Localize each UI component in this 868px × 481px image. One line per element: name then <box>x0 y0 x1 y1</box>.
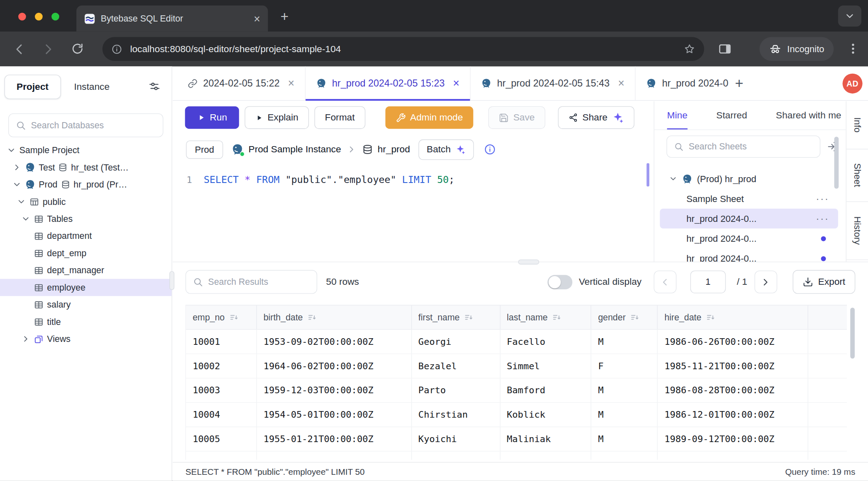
share-button[interactable]: Share <box>558 106 634 129</box>
close-icon[interactable]: × <box>618 77 624 90</box>
vertical-display-toggle[interactable] <box>547 275 572 289</box>
sort-icon[interactable] <box>307 313 317 322</box>
results-search-box[interactable] <box>186 270 317 293</box>
results-search-input[interactable] <box>208 277 310 287</box>
sheet-item-sample-sheet[interactable]: Sample Sheet ··· <box>660 189 838 209</box>
tree-item-employee[interactable]: employee <box>0 279 171 296</box>
sort-icon[interactable] <box>630 313 639 322</box>
cell[interactable]: Georgi <box>412 330 500 354</box>
sparkles-icon[interactable] <box>612 111 624 123</box>
page-number-input[interactable] <box>690 271 726 293</box>
sheet-item-unsaved-1[interactable]: hr_prod 2024-0... <box>660 228 838 248</box>
column-header-gender[interactable]: gender <box>591 305 658 329</box>
cell[interactable]: 1959-12-03T00:00:00Z <box>257 378 412 402</box>
chevron-down-icon[interactable] <box>7 146 16 155</box>
cell[interactable]: M <box>591 330 658 354</box>
cell[interactable]: F <box>591 354 658 378</box>
cell[interactable]: Simmel <box>500 354 591 378</box>
cell[interactable]: 1986-12-01T00:00:00Z <box>658 403 808 426</box>
chevron-right-icon[interactable] <box>12 163 22 172</box>
forward-button[interactable] <box>41 42 55 57</box>
tab-instance[interactable]: Instance <box>74 81 110 92</box>
tab-search-button[interactable] <box>838 5 861 26</box>
new-tab-button[interactable]: + <box>276 8 293 24</box>
editor-tab-1[interactable]: 2024-02-05 15:22 × <box>177 66 306 100</box>
tree-item-tables[interactable]: Tables <box>0 210 171 227</box>
cell[interactable]: 10004 <box>186 403 257 426</box>
sort-icon[interactable] <box>229 313 239 322</box>
window-minimize-button[interactable] <box>35 13 43 21</box>
cell[interactable]: M <box>591 378 658 402</box>
back-button[interactable] <box>12 42 27 57</box>
tab-history[interactable]: History <box>846 202 868 260</box>
tree-item-hr_prod[interactable]: Prod hr_prod (Pr… <box>0 176 171 193</box>
bookmark-star-icon[interactable] <box>684 43 695 55</box>
next-page-button[interactable] <box>755 271 777 293</box>
chevron-down-icon[interactable] <box>669 174 678 183</box>
window-maximize-button[interactable] <box>51 13 59 21</box>
cell[interactable]: 10002 <box>186 354 257 378</box>
save-button[interactable]: Save <box>488 106 545 129</box>
side-panel-icon[interactable] <box>718 42 732 56</box>
cell[interactable]: 10005 <box>186 427 257 451</box>
tab-shared-with-me[interactable]: Shared with me <box>776 101 841 130</box>
sheet-item-selected[interactable]: hr_prod 2024-0... ··· <box>660 209 838 228</box>
sheet-group-hr_prod[interactable]: (Prod) hr_prod <box>660 169 838 189</box>
column-header-hire_date[interactable]: hire_date <box>658 305 808 329</box>
cell[interactable]: Koblick <box>500 403 591 426</box>
sort-icon[interactable] <box>706 313 715 322</box>
cell[interactable]: 1954-05-01T00:00:00Z <box>257 403 412 426</box>
column-header-birth_date[interactable]: birth_date <box>257 305 412 329</box>
sql-editor-line[interactable]: 1 SELECT * FROM "public"."employee" LIMI… <box>173 171 654 188</box>
tree-item-salary[interactable]: salary <box>0 296 171 313</box>
address-bar[interactable]: localhost:8080/sql-editor/sheet/project-… <box>102 37 704 61</box>
sheet-list-scrollbar[interactable] <box>834 137 839 189</box>
filter-settings-icon[interactable] <box>148 81 160 93</box>
browser-tab[interactable]: Bytebase SQL Editor × <box>76 5 268 31</box>
admin-mode-button[interactable]: Admin mode <box>385 106 473 129</box>
column-header-last_name[interactable]: last_name <box>500 305 591 329</box>
browser-menu-icon[interactable] <box>846 42 860 55</box>
cell[interactable]: M <box>591 427 658 451</box>
environment-chip[interactable]: Prod <box>186 140 223 159</box>
tree-item-public[interactable]: public <box>0 193 171 210</box>
cell[interactable]: 1986-08-28T00:00:00Z <box>658 378 808 402</box>
close-icon[interactable]: × <box>453 77 460 90</box>
sheet-search-input[interactable] <box>689 142 813 152</box>
chevron-down-icon[interactable] <box>12 180 22 189</box>
sheet-search-box[interactable] <box>666 135 820 157</box>
cell[interactable]: Preusig <box>500 452 591 460</box>
cell[interactable]: Bamford <box>500 378 591 402</box>
tree-item-sample-project[interactable]: Sample Project <box>0 142 171 159</box>
chevron-down-icon[interactable] <box>21 214 31 224</box>
cell[interactable]: Anneke <box>412 452 500 460</box>
cell[interactable]: 10001 <box>186 330 257 354</box>
column-header-emp_no[interactable]: emp_no <box>186 305 257 329</box>
cell[interactable]: Chirstian <box>412 403 500 426</box>
cell[interactable]: Bezalel <box>412 354 500 378</box>
cell[interactable]: Kyoichi <box>412 427 500 451</box>
avatar[interactable]: AD <box>843 74 863 94</box>
cell[interactable]: 1985-11-21T00:00:00Z <box>658 354 808 378</box>
cell[interactable]: Facello <box>500 330 591 354</box>
database-search-input[interactable] <box>31 120 156 130</box>
sort-icon[interactable] <box>552 313 562 322</box>
cell[interactable]: 1986-06-26T00:00:00Z <box>658 330 808 354</box>
tree-item-title[interactable]: title <box>0 313 171 330</box>
tree-item-views[interactable]: Views <box>0 330 171 347</box>
cell[interactable]: Parto <box>412 378 500 402</box>
info-icon[interactable] <box>484 143 496 155</box>
export-button[interactable]: Export <box>793 270 855 293</box>
instance-name[interactable]: Prod Sample Instance <box>248 144 341 155</box>
more-menu-icon[interactable]: ··· <box>816 194 838 204</box>
explain-button[interactable]: Explain <box>245 106 309 129</box>
sheet-item-unsaved-2[interactable]: hr_prod 2024-0... <box>660 248 838 262</box>
new-sheet-button[interactable]: + <box>728 66 750 100</box>
database-search-box[interactable] <box>8 113 163 137</box>
column-header-first_name[interactable]: first_name <box>412 305 500 329</box>
cell[interactable]: 1953-09-02T00:00:00Z <box>257 330 412 354</box>
editor-tab-3[interactable]: hr_prod 2024-02-05 15:43 × <box>470 66 635 100</box>
sort-icon[interactable] <box>464 313 474 322</box>
cell[interactable]: F <box>591 452 658 460</box>
tree-item-dept_manager[interactable]: dept_manager <box>0 262 171 279</box>
